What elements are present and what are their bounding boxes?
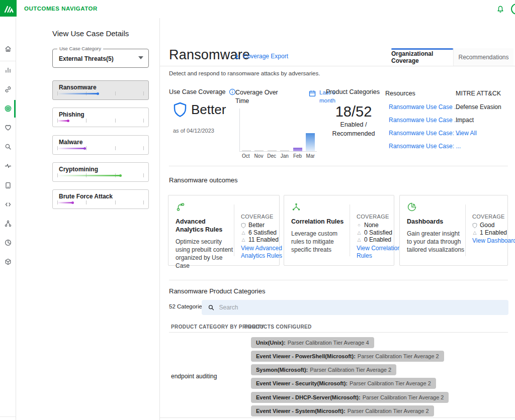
outcome-card-title: Correlation Rules xyxy=(291,218,348,226)
tab-label: Organizational Coverage xyxy=(391,50,453,64)
tablet-icon[interactable] xyxy=(4,181,12,189)
rail-divider xyxy=(0,61,16,61)
card-divider xyxy=(234,204,234,256)
resource-link[interactable]: Ransomware Use Case: ... xyxy=(385,130,450,137)
pie-chart-green-icon xyxy=(407,202,417,212)
use-case-card-phishing[interactable]: Phishing xyxy=(52,108,149,127)
user-avatar[interactable] xyxy=(511,4,515,15)
search-rail-icon[interactable] xyxy=(4,143,12,151)
triangle-icon: △ xyxy=(472,229,477,237)
use-case-card-malware[interactable]: Malware xyxy=(52,135,149,155)
use-case-card-cryptomining[interactable]: Cryptomining xyxy=(52,162,149,182)
use-case-card-ransomware[interactable]: Ransomware xyxy=(52,80,149,100)
product-chip: Event Viewer - Security(Microsoft):Parse… xyxy=(251,378,436,389)
product-chip: Event Viewer - PowerShell(Microsoft):Par… xyxy=(251,351,444,362)
outcome-card-correlation-rules: Correlation Rules Leverage custom rules … xyxy=(284,195,394,266)
section-divider xyxy=(169,280,508,280)
product-categories-caption: Recommended xyxy=(326,129,381,138)
card-divider xyxy=(350,204,350,256)
resources-label: Resources xyxy=(385,90,415,97)
product-chip: Event Viewer - DHCP-Server(Microsoft):Pa… xyxy=(251,392,449,403)
panel-title: View Use Case Details xyxy=(52,29,129,38)
use-case-description: Detect and respond to ransomware attacks… xyxy=(169,70,320,76)
view-correlation-rules-link[interactable]: View Correlation Rules xyxy=(357,245,405,260)
use-case-panel: View Use Case Details Use Case Category … xyxy=(16,18,159,420)
table-bottom-divider xyxy=(160,417,515,418)
header-divider xyxy=(160,66,515,66)
use-case-category-select[interactable]: Use Case Category External Threats(5) xyxy=(52,49,149,68)
view-dashboards-link[interactable]: View Dashboards xyxy=(472,237,515,245)
category-select-value: External Threats(5) xyxy=(59,55,114,62)
calendar-icon[interactable] xyxy=(308,89,316,97)
coverage-as-of-date: as of 04/12/2023 xyxy=(173,128,214,134)
resource-link[interactable]: Ransomware Use Case ... xyxy=(385,117,450,124)
outcome-coverage: COVERAGE Better △6 Satisfied △11 Enabled… xyxy=(241,214,289,260)
circle-icon: ○ xyxy=(357,222,362,229)
resource-link[interactable]: Ransomware Use Case ... xyxy=(385,103,450,111)
activity-icon[interactable] xyxy=(4,162,12,170)
outcomes-navigator-target-icon[interactable] xyxy=(4,104,12,113)
bar-dec xyxy=(268,150,277,151)
chart-x-axis-labels: OctNovDec JanFebMar xyxy=(239,153,317,159)
product-chip: Event Viewer - System(Microsoft):Parser … xyxy=(251,405,434,416)
use-case-card-brute-force[interactable]: Brute Force Attack xyxy=(52,189,149,209)
notifications-bell-icon[interactable] xyxy=(496,4,505,13)
brand-logo-icon xyxy=(3,3,15,15)
bar-oct xyxy=(242,150,251,151)
use-case-name: Ransomware xyxy=(59,84,97,91)
coverage-slider xyxy=(57,146,144,151)
coverage-over-time-chart xyxy=(239,109,317,152)
table-header-divider xyxy=(169,332,508,333)
heart-icon[interactable] xyxy=(4,124,12,132)
icon-rail: ⚙ xyxy=(0,18,16,420)
pie-chart-icon[interactable] xyxy=(4,239,12,247)
search-bar[interactable] xyxy=(202,300,508,315)
cube-icon[interactable] xyxy=(4,258,12,266)
resource-link[interactable]: Ransomware Use Case: ... xyxy=(385,143,450,150)
column-header-products: PRODUCTS CONFIGURED xyxy=(244,324,312,330)
main-content: Ransomware Coverage Export Organizationa… xyxy=(159,18,515,420)
bar-feb xyxy=(293,148,302,151)
coverage-export-button[interactable]: Coverage Export xyxy=(233,53,288,60)
product-categories-table-title: Ransomware Product Categories xyxy=(169,287,265,295)
chevron-down-icon xyxy=(138,56,143,59)
info-icon[interactable] xyxy=(229,88,236,95)
coverage-slider xyxy=(57,200,144,205)
mitre-tactic: Defense Evasion xyxy=(456,103,511,111)
view-advanced-analytics-rules-link[interactable]: View Advanced Analytics Rules xyxy=(241,245,289,260)
product-chip: Sysmon(Microsoft):Parser Calibration Tie… xyxy=(251,364,396,375)
active-nav-indicator xyxy=(14,100,16,118)
triangle-icon: △ xyxy=(241,229,246,237)
outcome-card-description: Leverage custom rules to mitigate specif… xyxy=(291,230,351,254)
mitre-attack-section: MITRE ATT&CK Defense Evasion Impact View… xyxy=(456,88,511,137)
rail-bottom-divider xyxy=(0,416,16,417)
outcome-coverage: COVERAGE ○None △0 Satisfied △0 Enabled V… xyxy=(357,214,405,260)
search-input[interactable] xyxy=(219,304,502,311)
download-icon xyxy=(233,53,240,60)
coverage-slider xyxy=(57,118,144,123)
brand-logo[interactable] xyxy=(0,0,17,17)
tab-recommendations[interactable]: Recommendations xyxy=(453,48,513,66)
outcome-card-title: Advanced Analytics Rules xyxy=(176,218,232,234)
code-icon[interactable] xyxy=(4,200,12,208)
tab-organizational-coverage[interactable]: Organizational Coverage xyxy=(391,48,453,66)
bar-chart-icon[interactable] xyxy=(4,66,12,74)
search-icon xyxy=(208,304,214,311)
use-case-name: Malware xyxy=(59,139,82,146)
outcome-card-title: Dashboards xyxy=(407,218,463,226)
mitre-view-all-link[interactable]: View All xyxy=(456,130,511,137)
bar-mar xyxy=(306,133,315,151)
link-icon[interactable] xyxy=(4,85,12,93)
tab-label: Recommendations xyxy=(458,54,508,61)
product-chip: Unix(Unix):Parser Calibration Tier Avera… xyxy=(251,337,374,348)
mitre-tactic: Impact xyxy=(456,117,511,124)
triangle-icon: △ xyxy=(357,236,362,244)
card-divider xyxy=(465,204,466,256)
correlation-nodes-icon xyxy=(291,202,301,212)
triangle-icon: △ xyxy=(357,229,362,237)
outcome-card-description: Gain greater insight to your data throug… xyxy=(407,230,466,254)
share-nodes-icon[interactable] xyxy=(4,220,12,228)
resources-section: Resources Ransomware Use Case ... Ransom… xyxy=(385,88,450,150)
coverage-slider xyxy=(57,173,144,178)
home-icon[interactable] xyxy=(4,45,12,53)
